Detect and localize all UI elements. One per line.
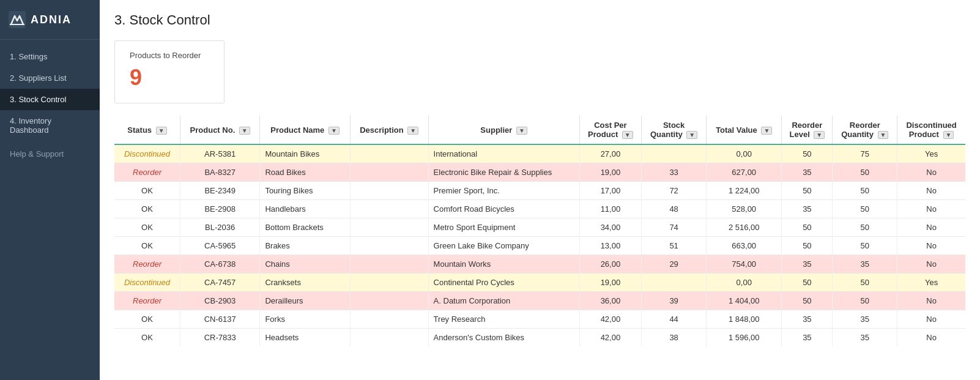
filter-total-value[interactable]: ▼	[761, 127, 772, 135]
table-cell: 11,00	[579, 200, 642, 218]
table-cell: 50	[833, 274, 897, 292]
table-cell: 50	[782, 237, 833, 255]
filter-status[interactable]: ▼	[156, 127, 167, 135]
table-cell	[350, 218, 428, 237]
filter-product-no[interactable]: ▼	[239, 127, 250, 135]
sidebar-item-inventory[interactable]: 4. Inventory Dashboard	[0, 110, 100, 141]
col-supplier: Supplier ▼	[428, 116, 579, 144]
sidebar-item-stock[interactable]: 3. Stock Control	[0, 89, 100, 110]
table-cell: No	[897, 218, 965, 237]
col-description: Description ▼	[350, 116, 428, 144]
kpi-label: Products to Reorder	[130, 51, 209, 60]
sidebar-item-help[interactable]: Help & Support	[0, 143, 100, 165]
filter-reorder-level[interactable]: ▼	[814, 131, 825, 139]
sidebar-item-suppliers[interactable]: 2. Suppliers List	[0, 67, 100, 89]
table-cell: 35	[833, 255, 897, 274]
table-cell: 35	[782, 329, 833, 347]
table-row: DiscontinuedAR-5381Mountain BikesInterna…	[114, 144, 965, 163]
table-cell: No	[897, 255, 965, 274]
table-cell: 50	[782, 144, 833, 163]
kpi-value: 9	[130, 65, 209, 91]
logo-area: ADNIA	[0, 0, 100, 40]
sidebar-item-settings[interactable]: 1. Settings	[0, 46, 100, 67]
table-cell: Yes	[897, 274, 965, 292]
table-cell: Mountain Works	[428, 255, 579, 274]
table-cell: BA-8327	[180, 163, 259, 182]
table-cell: 35	[833, 329, 897, 347]
table-cell: Yes	[897, 144, 965, 163]
col-product-no: Product No. ▼	[180, 116, 259, 144]
col-cost: Cost PerProduct ▼	[579, 116, 642, 144]
table-cell	[350, 237, 428, 255]
table-cell: 2 516,00	[707, 218, 782, 237]
table-cell: Electronic Bike Repair & Supplies	[428, 163, 579, 182]
table-cell: 754,00	[707, 255, 782, 274]
table-cell: CR-7833	[180, 329, 259, 347]
table-cell: Reorder	[114, 255, 180, 274]
table-cell: 19,00	[579, 163, 642, 182]
filter-description[interactable]: ▼	[407, 127, 418, 135]
table-cell: 50	[833, 292, 897, 310]
filter-discontinued[interactable]: ▼	[943, 131, 954, 139]
table-cell: 50	[833, 218, 897, 237]
col-reorder-qty: ReorderQuantity ▼	[833, 116, 897, 144]
table-cell: Reorder	[114, 292, 180, 310]
table-cell: Touring Bikes	[260, 182, 350, 200]
table-cell: CN-6137	[180, 310, 259, 329]
table-cell: 50	[782, 218, 833, 237]
table-cell: 50	[782, 292, 833, 310]
table-cell: Green Lake Bike Company	[428, 237, 579, 255]
table-cell: 72	[642, 182, 707, 200]
table-row: OKBL-2036Bottom BracketsMetro Sport Equi…	[114, 218, 965, 237]
table-cell: 528,00	[707, 200, 782, 218]
table-cell: Continental Pro Cycles	[428, 274, 579, 292]
filter-cost[interactable]: ▼	[622, 131, 633, 139]
filter-supplier[interactable]: ▼	[516, 127, 527, 135]
table-cell: 74	[642, 218, 707, 237]
kpi-card: Products to Reorder 9	[114, 40, 225, 103]
table-cell: 36,00	[579, 292, 642, 310]
table-cell: A. Datum Corporation	[428, 292, 579, 310]
filter-stock-qty[interactable]: ▼	[686, 131, 697, 139]
table-cell: Chains	[260, 255, 350, 274]
table-cell: No	[897, 182, 965, 200]
table-cell: 1 224,00	[707, 182, 782, 200]
main-content: 3. Stock Control Products to Reorder 9 S…	[100, 0, 980, 380]
table-cell: Mountain Bikes	[260, 144, 350, 163]
table-cell: OK	[114, 329, 180, 347]
table-cell: Discontinued	[114, 274, 180, 292]
table-cell: 50	[782, 274, 833, 292]
table-cell: 51	[642, 237, 707, 255]
table-cell: 38	[642, 329, 707, 347]
table-cell: BE-2908	[180, 200, 259, 218]
table-cell	[350, 255, 428, 274]
table-cell: 42,00	[579, 310, 642, 329]
col-total-value: Total Value ▼	[707, 116, 782, 144]
table-cell	[350, 200, 428, 218]
table-cell: 0,00	[707, 144, 782, 163]
table-row: OKBE-2349Touring BikesPremier Sport, Inc…	[114, 182, 965, 200]
table-row: ReorderBA-8327Road BikesElectronic Bike …	[114, 163, 965, 182]
table-cell	[642, 144, 707, 163]
table-cell: 48	[642, 200, 707, 218]
table-cell: 35	[782, 163, 833, 182]
table-cell: Headsets	[260, 329, 350, 347]
table-cell: 1 404,00	[707, 292, 782, 310]
table-cell: Cranksets	[260, 274, 350, 292]
filter-product-name[interactable]: ▼	[329, 127, 340, 135]
table-cell: OK	[114, 200, 180, 218]
table-cell: 13,00	[579, 237, 642, 255]
table-row: OKCA-5965BrakesGreen Lake Bike Company13…	[114, 237, 965, 255]
table-cell: 35	[833, 310, 897, 329]
table-cell: 35	[782, 310, 833, 329]
table-row: DiscontinuedCA-7457CranksetsContinental …	[114, 274, 965, 292]
filter-reorder-qty[interactable]: ▼	[878, 131, 889, 139]
table-cell: 27,00	[579, 144, 642, 163]
table-cell	[350, 310, 428, 329]
table-cell	[350, 274, 428, 292]
table-cell: No	[897, 292, 965, 310]
table-cell: 39	[642, 292, 707, 310]
table-cell: No	[897, 237, 965, 255]
col-product-name: Product Name ▼	[260, 116, 350, 144]
table-cell: Road Bikes	[260, 163, 350, 182]
